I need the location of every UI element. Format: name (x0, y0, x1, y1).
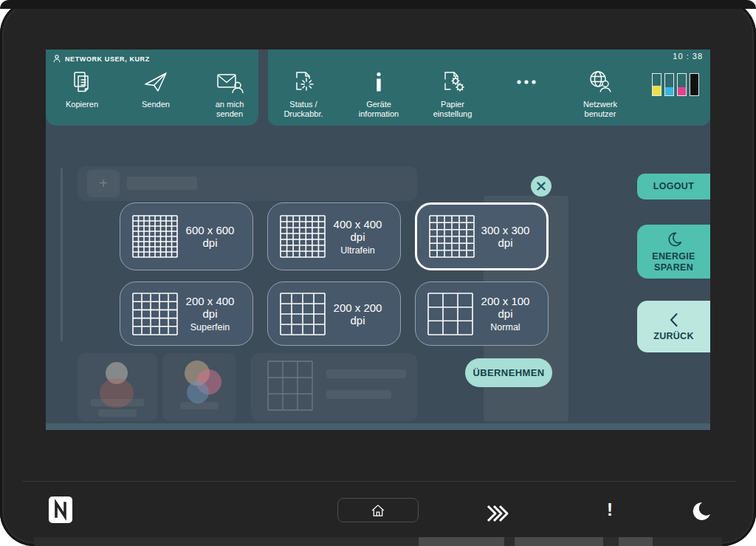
bezel-top-edge (0, 0, 756, 9)
back-button[interactable]: ZURÜCK (637, 301, 710, 352)
nav-item-mehr[interactable] (491, 67, 562, 100)
grid-6x6-icon (429, 215, 475, 258)
option-200x100dpi[interactable]: 200 x 100 dpi Normal (415, 281, 549, 346)
chevron-left-icon (667, 312, 681, 328)
toner-magenta-fill (678, 87, 686, 95)
ghost-tile-colors (162, 353, 236, 421)
printer-control-panel: NETWORK USER, KURZ 10 : 38 Kopieren Send… (0, 0, 756, 546)
close-button[interactable] (531, 176, 551, 197)
nav-item-papier-einstellung[interactable]: Papier einstellung (417, 67, 488, 119)
option-sublabel: Ultrafein (326, 245, 390, 256)
moon-icon (691, 501, 712, 522)
option-label: 200 x 200 dpi (326, 301, 390, 327)
option-400x400dpi[interactable]: 400 x 400 dpi Ultrafein (267, 202, 401, 270)
grid-8x8-icon (132, 215, 178, 258)
option-label: 400 x 400 dpi (326, 218, 390, 243)
nav-item-an-mich-senden[interactable]: an mich senden (194, 67, 265, 119)
logged-in-user: NETWORK USER, KURZ (52, 54, 150, 64)
nav-label: an mich senden (194, 100, 265, 119)
nav-label: Kopieren (47, 100, 117, 109)
nav-label: Netzwerk benutzer (565, 100, 636, 119)
apply-button[interactable]: ÜBERNEHMEN (465, 358, 552, 387)
option-label: 300 x 300 dpi (475, 224, 536, 249)
nav-item-kopieren[interactable]: Kopieren (47, 67, 117, 109)
nav-item-senden[interactable]: Senden (120, 67, 191, 109)
ellipsis-icon (491, 67, 562, 97)
nav-label: Status / Druckabbr. (268, 100, 339, 119)
energy-save-label: ENERGIE SPAREN (652, 251, 695, 273)
attention-indicator: ! (602, 499, 617, 520)
nav-item-geraete-information[interactable]: Geräte information (343, 67, 414, 119)
ghost-plus-icon: + (87, 170, 120, 197)
nav-item-status-druckabbr[interactable]: Status / Druckabbr. (268, 67, 339, 119)
nav-item-netzwerk-benutzer[interactable]: Netzwerk benutzer (565, 67, 636, 119)
option-sublabel: Normal (473, 322, 537, 332)
logout-label: LOGOUT (653, 181, 694, 192)
option-sublabel: Superfein (178, 322, 242, 332)
hinge-tab (515, 537, 603, 546)
ghost-tile-resolution (251, 353, 417, 421)
ghost-text-line (127, 177, 197, 190)
clock: 10 : 38 (673, 52, 703, 61)
grid-4x4-icon (280, 293, 326, 335)
paper-plane-icon (120, 67, 191, 97)
nav-label: Senden (120, 100, 191, 109)
home-icon (370, 503, 386, 518)
option-label: 600 x 600 dpi (178, 224, 242, 249)
option-label: 200 x 100 dpi (473, 295, 537, 320)
toner-gauges (652, 73, 699, 96)
option-200x400dpi[interactable]: 200 x 400 dpi Superfein (120, 281, 253, 346)
hinge-tab (419, 537, 504, 546)
envelope-person-icon (194, 67, 265, 97)
nav-label: Papier einstellung (417, 100, 488, 119)
toner-cyan-fill (665, 87, 673, 95)
touchscreen: NETWORK USER, KURZ 10 : 38 Kopieren Send… (46, 50, 710, 430)
toner-yellow-fill (653, 86, 661, 95)
person-icon (52, 54, 61, 64)
nfc-nmark-icon (49, 496, 72, 523)
page-gears-icon (417, 67, 488, 97)
moon-outline-icon (665, 231, 683, 248)
option-200x200dpi[interactable]: 200 x 200 dpi (267, 281, 401, 346)
option-label: 200 x 400 dpi (178, 295, 242, 320)
option-300x300dpi[interactable]: 300 x 300 dpi (415, 202, 549, 270)
globe-person-icon (565, 67, 636, 97)
interrupt-button[interactable] (486, 505, 509, 522)
nav-label: Geräte information (343, 100, 414, 119)
toner-black[interactable] (690, 73, 699, 96)
page-burst-icon (268, 67, 339, 97)
back-label: ZURÜCK (653, 331, 694, 342)
user-label: NETWORK USER, KURZ (65, 55, 150, 63)
sleep-button[interactable] (691, 501, 712, 522)
toner-cyan[interactable] (664, 73, 674, 96)
logout-button[interactable]: LOGOUT (637, 174, 710, 199)
ghost-scrollbar (61, 168, 63, 341)
toner-black-fill (690, 74, 698, 95)
grid-7x7-icon (280, 215, 326, 258)
toner-yellow[interactable] (652, 73, 662, 96)
bezel-seam (22, 481, 735, 482)
copy-pages-icon (47, 67, 117, 97)
hinge-tab (619, 537, 653, 546)
info-icon (343, 67, 414, 97)
x-icon (531, 176, 551, 197)
home-button[interactable] (337, 498, 419, 522)
ghost-tile-portrait (78, 353, 157, 421)
ghost-bottom-bar (46, 423, 710, 430)
option-600x600dpi[interactable]: 600 x 600 dpi (120, 202, 253, 270)
fast-forward-icon (486, 505, 509, 522)
toner-magenta[interactable] (677, 73, 687, 96)
energy-save-button[interactable]: ENERGIE SPAREN (637, 225, 710, 279)
grid-3x3-icon (427, 293, 473, 335)
grid-5x5-icon (132, 293, 178, 335)
